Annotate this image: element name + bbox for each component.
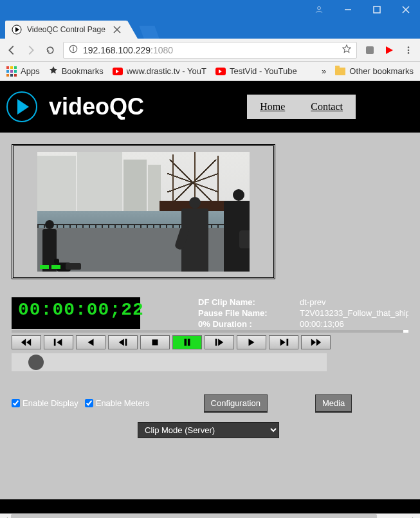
youtube-icon xyxy=(113,68,123,75)
url-port: :1080 xyxy=(151,45,173,55)
scroll-track[interactable] xyxy=(11,513,409,518)
bookmark-label: TestVid - YouTube xyxy=(230,66,297,76)
jog-shuttle-bar[interactable] xyxy=(12,353,327,371)
svg-marker-23 xyxy=(119,339,124,346)
svg-rect-26 xyxy=(185,339,187,346)
play-reverse-button[interactable] xyxy=(76,335,105,349)
bookmarks-bar: Apps Bookmarks www.drastic.tv - YouT Tes… xyxy=(0,62,420,81)
star-icon xyxy=(49,66,58,77)
youtube-icon xyxy=(215,68,226,75)
enable-meters-label: Enable Meters xyxy=(96,398,150,408)
extension-shield-icon[interactable] xyxy=(363,44,376,57)
options-row: Enable Display Enable Meters Configurati… xyxy=(12,394,408,412)
audio-meter-icon xyxy=(40,265,60,269)
overflow-label: » xyxy=(322,66,326,76)
main-content: 00:00:00;22 DF Clip Name: dt-prev Pause … xyxy=(0,133,420,499)
scroll-right-button[interactable]: ▶ xyxy=(409,513,420,518)
menu-button[interactable] xyxy=(402,44,415,57)
omnibox[interactable]: 192.168.100.229:1080 xyxy=(63,42,357,59)
video-preview[interactable] xyxy=(37,152,250,272)
tab-favicon-play-icon xyxy=(12,24,22,35)
reload-button[interactable] xyxy=(44,44,57,57)
svg-marker-31 xyxy=(280,339,286,346)
enable-meters-checkbox[interactable]: Enable Meters xyxy=(85,398,150,408)
value-duration: 00:00:13;06 xyxy=(300,319,408,329)
page-footer xyxy=(0,499,420,513)
timecode-display: 00:00:00;22 xyxy=(12,297,140,329)
svg-rect-12 xyxy=(73,48,73,51)
label-duration: 0% Duration : xyxy=(198,319,295,329)
svg-rect-32 xyxy=(287,339,289,346)
extension-video-icon[interactable] xyxy=(383,44,396,57)
logo-icon xyxy=(6,91,37,122)
scroll-thumb[interactable] xyxy=(11,514,377,518)
play-button[interactable] xyxy=(237,335,266,349)
bookmark-star-icon[interactable] xyxy=(342,44,351,55)
jog-knob[interactable] xyxy=(28,355,44,370)
mode-row: Clip Mode (Server) xyxy=(12,422,408,438)
video-preview-frame xyxy=(12,144,275,279)
svg-marker-30 xyxy=(249,339,255,346)
step-back-button[interactable] xyxy=(108,335,138,349)
load-progress-bar[interactable] xyxy=(12,330,408,333)
enable-meters-input[interactable] xyxy=(85,399,93,407)
step-forward-button[interactable] xyxy=(205,335,234,349)
horizontal-scrollbar[interactable]: ◀ ▶ xyxy=(0,513,420,518)
svg-marker-19 xyxy=(26,339,31,346)
svg-rect-2 xyxy=(374,6,380,13)
svg-point-0 xyxy=(317,6,320,10)
svg-marker-14 xyxy=(386,46,393,54)
bookmark-testvid[interactable]: TestVid - YouTube xyxy=(215,66,297,76)
stop-button[interactable] xyxy=(140,335,170,349)
transport-controls xyxy=(12,335,408,349)
svg-marker-34 xyxy=(316,339,321,346)
fast-rewind-button[interactable] xyxy=(12,335,41,349)
tab-strip: VideoQC Control Page xyxy=(0,19,420,39)
goto-end-button[interactable] xyxy=(269,335,298,349)
playback-panel: 00:00:00;22 DF Clip Name: dt-prev Pause … xyxy=(12,297,408,438)
site-header: videoQC Home Contact xyxy=(0,81,420,133)
configuration-button[interactable]: Configuration xyxy=(204,394,268,412)
enable-display-checkbox[interactable]: Enable Display xyxy=(12,398,78,408)
scroll-left-button[interactable]: ◀ xyxy=(0,513,11,518)
pause-button[interactable] xyxy=(172,335,202,349)
value-file-name: T2V013233_Follow_that_ship_1920x10 xyxy=(300,308,408,318)
tab-title: VideoQC Control Page xyxy=(27,25,108,34)
media-button[interactable]: Media xyxy=(315,394,352,412)
svg-rect-27 xyxy=(188,339,190,346)
other-bookmarks[interactable]: Other bookmarks xyxy=(335,66,414,76)
enable-display-input[interactable] xyxy=(12,399,20,407)
close-button[interactable] xyxy=(391,0,420,19)
watermark-icon xyxy=(66,263,81,270)
header-nav: Home Contact xyxy=(247,95,356,119)
forward-button[interactable] xyxy=(24,44,37,57)
clip-mode-select[interactable]: Clip Mode (Server) xyxy=(138,422,279,438)
url-text: 192.168.100.229:1080 xyxy=(83,45,337,55)
bookmark-overflow[interactable]: » xyxy=(322,66,326,76)
folder-icon xyxy=(335,68,345,75)
svg-rect-24 xyxy=(125,339,127,346)
browser-tab[interactable]: VideoQC Control Page xyxy=(5,21,127,39)
svg-marker-21 xyxy=(57,339,62,346)
svg-rect-25 xyxy=(152,340,158,346)
bookmark-drastic[interactable]: www.drastic.tv - YouT xyxy=(113,66,206,76)
new-tab-button[interactable] xyxy=(139,26,159,39)
back-button[interactable] xyxy=(5,44,18,57)
site-info-icon[interactable] xyxy=(69,44,78,55)
bookmark-bookmarks[interactable]: Bookmarks xyxy=(49,66,104,77)
value-clip-name: dt-prev xyxy=(300,297,408,307)
nav-home-link[interactable]: Home xyxy=(247,95,298,119)
maximize-button[interactable] xyxy=(362,0,391,19)
nav-contact-link[interactable]: Contact xyxy=(298,95,356,119)
tab-close-icon[interactable] xyxy=(113,26,121,33)
account-icon[interactable] xyxy=(304,0,333,19)
clip-info: DF Clip Name: dt-prev Pause File Name: T… xyxy=(140,297,408,329)
svg-marker-9 xyxy=(47,50,50,52)
svg-marker-33 xyxy=(311,339,316,346)
fast-forward-button[interactable] xyxy=(301,335,331,349)
goto-start-button[interactable] xyxy=(44,335,73,349)
svg-point-16 xyxy=(408,49,410,51)
apps-button[interactable]: Apps xyxy=(6,66,40,77)
apps-label: Apps xyxy=(21,66,40,76)
minimize-button[interactable] xyxy=(333,0,362,19)
